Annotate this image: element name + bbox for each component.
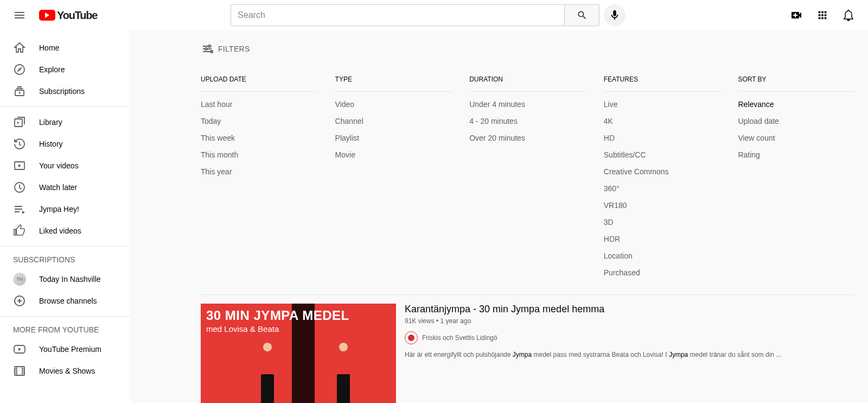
sidebar-item-label: Jympa Hey! <box>39 205 79 213</box>
filter-option[interactable]: 4 - 20 minutes <box>469 109 586 125</box>
svg-point-9 <box>205 48 207 50</box>
home-icon <box>13 41 26 54</box>
filter-option[interactable]: Subtitles/CC <box>604 142 721 159</box>
your-videos-icon <box>13 159 26 172</box>
filter-option[interactable]: View count <box>738 125 855 142</box>
header-right <box>737 4 859 26</box>
sidebar-primary: HomeExploreSubscriptions <box>0 37 130 107</box>
library-icon <box>13 116 26 129</box>
search-input[interactable] <box>231 4 564 26</box>
sidebar-item-liked-videos[interactable]: Liked videos <box>0 220 130 242</box>
filter-column-features: FeaturesLive4KHDSubtitles/CCCreative Com… <box>604 67 721 277</box>
header: YouTube <box>0 0 868 30</box>
filter-column-sort-by: Sort byRelevanceUpload dateView countRat… <box>738 67 855 277</box>
filter-option[interactable]: This week <box>201 125 318 142</box>
svg-point-0 <box>15 65 24 74</box>
sidebar-subscriptions: Subscriptions TNToday In Nashville Brows… <box>0 247 130 317</box>
channel-name: Friskis och Svettis Lidingö <box>422 334 497 342</box>
sidebar-item-label: Explore <box>39 65 65 74</box>
apps-icon <box>816 9 828 21</box>
menu-button[interactable] <box>9 4 30 26</box>
subscriptions-icon <box>13 85 26 98</box>
filter-option[interactable]: Purchased <box>604 260 721 277</box>
subscription-label: Today In Nashville <box>39 275 101 284</box>
filters-label: FILTERS <box>218 45 250 53</box>
browse-channels-label: Browse channels <box>39 297 97 305</box>
filter-option[interactable]: This month <box>201 142 318 159</box>
filter-column-header: Duration <box>469 67 586 92</box>
create-button[interactable] <box>786 4 807 26</box>
video-description: Här är ett energifyllt och pulshöjande J… <box>405 351 855 358</box>
sidebar-item-history[interactable]: History <box>0 133 130 155</box>
search-box <box>231 4 599 26</box>
filter-option[interactable]: Today <box>201 109 318 125</box>
filter-option[interactable]: HD <box>604 125 721 142</box>
youtube-icon <box>39 10 55 21</box>
filter-option[interactable]: Movie <box>335 142 452 159</box>
apps-button[interactable] <box>812 4 833 26</box>
result-info: Karantänjympa - 30 min Jympa medel hemma… <box>405 304 855 403</box>
sidebar-item-home[interactable]: Home <box>0 37 130 59</box>
add-circle-icon <box>13 294 26 307</box>
filter-option[interactable]: Upload date <box>738 109 855 125</box>
browse-channels[interactable]: Browse channels <box>0 290 130 312</box>
notifications-button[interactable] <box>838 4 859 26</box>
filter-grid: Upload dateLast hourTodayThis weekThis m… <box>201 67 855 277</box>
sidebar-secondary: LibraryHistoryYour videosWatch laterJymp… <box>0 107 130 247</box>
sidebar-item-explore[interactable]: Explore <box>0 59 130 80</box>
filter-option[interactable]: 4K <box>604 109 721 125</box>
create-icon <box>790 9 803 22</box>
video-thumbnail[interactable]: 30 MIN JYMPA MEDELmed Lovisa & Beata <box>201 304 396 403</box>
sidebar-item-label: Watch later <box>39 183 77 192</box>
subscriptions-header: Subscriptions <box>0 251 130 268</box>
filter-column-duration: DurationUnder 4 minutes4 - 20 minutesOve… <box>469 67 586 277</box>
sidebar-item-label: Home <box>39 43 59 52</box>
filter-option[interactable]: Creative Commons <box>604 159 721 176</box>
voice-search-button[interactable] <box>604 4 626 26</box>
sidebar-more: More from YouTube YouTube PremiumMovies … <box>0 317 130 386</box>
channel-avatar-icon <box>405 331 418 344</box>
sidebar-item-your-videos[interactable]: Your videos <box>0 155 130 177</box>
filter-option[interactable]: Under 4 minutes <box>469 92 586 109</box>
filter-option[interactable]: Location <box>604 243 721 260</box>
channel-avatar: TN <box>13 273 26 286</box>
filter-option[interactable]: Video <box>335 92 452 109</box>
premium-icon <box>13 343 26 356</box>
video-title[interactable]: Karantänjympa - 30 min Jympa medel hemma <box>405 304 855 315</box>
filter-option[interactable]: Relevance <box>738 92 855 109</box>
microphone-icon <box>609 9 621 21</box>
filter-option[interactable]: HDR <box>604 226 721 243</box>
subscription-item[interactable]: TNToday In Nashville <box>0 268 130 290</box>
header-left: YouTube <box>9 4 97 26</box>
filter-option[interactable]: Live <box>604 92 721 109</box>
filter-option[interactable]: This year <box>201 159 318 176</box>
sidebar-item-jympa-hey-[interactable]: Jympa Hey! <box>0 198 130 220</box>
sidebar-item-youtube-premium[interactable]: YouTube Premium <box>0 338 130 360</box>
logo-text: YouTube <box>57 9 97 22</box>
filter-option[interactable]: Channel <box>335 109 452 125</box>
liked-icon <box>13 224 26 237</box>
filter-option[interactable]: VR180 <box>604 193 721 210</box>
sidebar-item-subscriptions[interactable]: Subscriptions <box>0 80 130 102</box>
search-button[interactable] <box>564 4 599 26</box>
filter-column-header: Upload date <box>201 67 318 92</box>
sidebar-item-label: History <box>39 140 63 148</box>
filter-option[interactable]: Last hour <box>201 92 318 109</box>
filter-column-header: Sort by <box>738 67 855 92</box>
filter-option[interactable]: 360° <box>604 176 721 193</box>
filter-option[interactable]: Playlist <box>335 125 452 142</box>
logo[interactable]: YouTube <box>39 9 97 22</box>
sidebar-item-label: Liked videos <box>39 226 81 235</box>
sidebar-item-label: YouTube Premium <box>39 345 101 354</box>
sidebar-item-watch-later[interactable]: Watch later <box>0 177 130 198</box>
watch-later-icon <box>13 181 26 194</box>
sidebar-item-movies-shows[interactable]: Movies & Shows <box>0 360 130 382</box>
filter-option[interactable]: 3D <box>604 210 721 226</box>
channel-row[interactable]: Friskis och Svettis Lidingö <box>405 331 855 344</box>
svg-point-8 <box>208 45 210 47</box>
sidebar-item-library[interactable]: Library <box>0 111 130 133</box>
search-result[interactable]: 30 MIN JYMPA MEDELmed Lovisa & BeataKara… <box>201 304 855 403</box>
filter-option[interactable]: Rating <box>738 142 855 159</box>
filter-option[interactable]: Over 20 minutes <box>469 125 586 142</box>
filters-button[interactable]: FILTERS <box>201 39 259 59</box>
